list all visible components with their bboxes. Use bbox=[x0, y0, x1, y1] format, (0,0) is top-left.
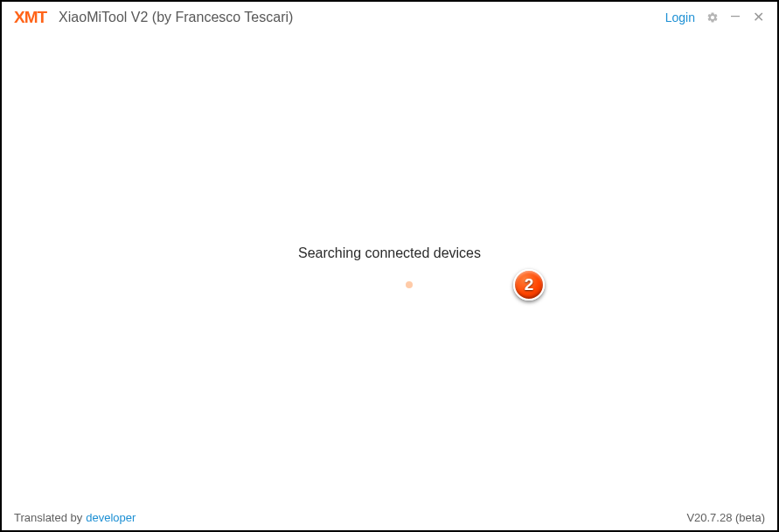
main-content: Searching connected devices 2 bbox=[2, 33, 777, 504]
gear-icon bbox=[706, 11, 719, 24]
app-logo: XMT bbox=[14, 8, 46, 27]
app-title: XiaoMiTool V2 (by Francesco Tescari) bbox=[59, 10, 293, 25]
minimize-icon: – bbox=[731, 7, 740, 23]
version-label: V20.7.28 (beta) bbox=[686, 511, 765, 524]
close-icon: ✕ bbox=[753, 10, 764, 24]
minimize-button[interactable]: – bbox=[728, 10, 742, 24]
title-bar-controls: Login – ✕ bbox=[665, 2, 765, 33]
app-window: XMT XiaoMiTool V2 (by Francesco Tescari)… bbox=[0, 0, 779, 532]
translator-link[interactable]: developer bbox=[86, 511, 136, 524]
loading-spinner-dot bbox=[406, 281, 413, 288]
title-bar: XMT XiaoMiTool V2 (by Francesco Tescari)… bbox=[2, 2, 777, 33]
login-link[interactable]: Login bbox=[665, 10, 695, 24]
close-button[interactable]: ✕ bbox=[751, 10, 765, 24]
footer-bar: Translated by developer V20.7.28 (beta) bbox=[2, 504, 777, 530]
annotation-badge: 2 bbox=[513, 269, 545, 301]
translated-by-label: Translated by bbox=[14, 511, 82, 524]
footer-translated-by: Translated by developer bbox=[14, 511, 136, 524]
status-message: Searching connected devices bbox=[298, 245, 481, 261]
settings-button[interactable] bbox=[706, 10, 720, 24]
